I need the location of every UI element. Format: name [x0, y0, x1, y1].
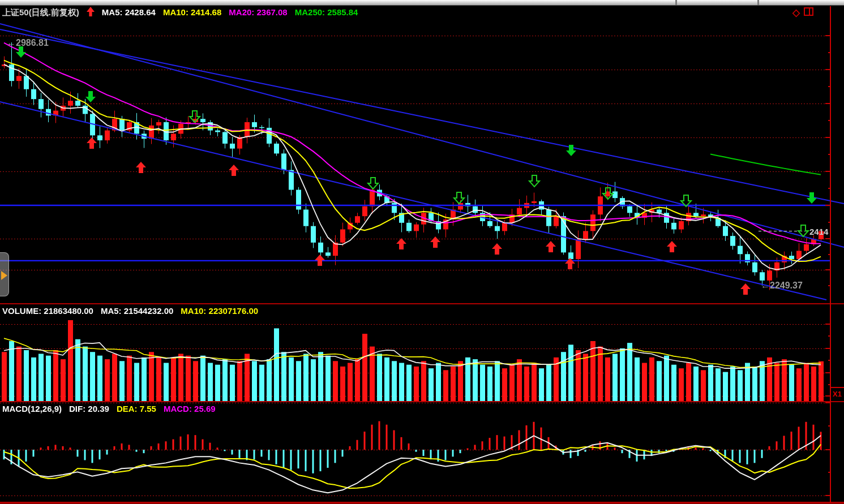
toolbar-separator	[675, 0, 677, 5]
expand-arrow-icon	[1, 271, 7, 280]
toolbar-separator	[757, 0, 759, 5]
left-panel-handle[interactable]	[0, 252, 9, 296]
diamond-icon[interactable]: ◇	[792, 7, 800, 18]
window-top-strip	[0, 0, 844, 6]
chart-canvas[interactable]	[0, 0, 844, 504]
window-layout-icon[interactable]	[804, 7, 813, 16]
pane-corner-controls: ◇	[792, 7, 813, 19]
